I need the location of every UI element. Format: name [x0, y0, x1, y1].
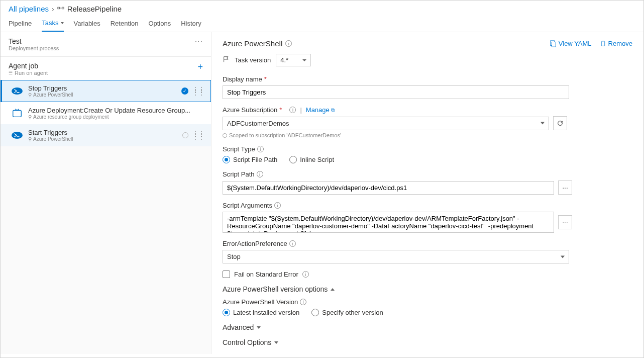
tab-variables[interactable]: Variables: [74, 15, 100, 32]
tab-history[interactable]: History: [181, 15, 201, 32]
radio-label: Latest installed version: [233, 309, 299, 316]
radio-latest-version[interactable]: Latest installed version: [223, 309, 299, 316]
manage-link[interactable]: Manage ⧉: [306, 106, 335, 114]
right-panel: Azure PowerShell i View YAML Remove Task…: [211, 32, 643, 354]
section-output-vars[interactable]: Output Variables: [223, 353, 632, 354]
section-control-options[interactable]: Control Options: [223, 338, 632, 346]
task-title: Start Triggers: [28, 129, 182, 136]
scope-hint: Scoped to subscription 'ADFCustomerDemos…: [223, 132, 632, 138]
job-name: Agent job: [9, 62, 48, 70]
task-sub-text: Azure PowerShell: [33, 92, 73, 98]
task-details-title-text: Azure PowerShell: [223, 39, 282, 48]
section-label: Output Variables: [223, 353, 274, 354]
svg-rect-1: [62, 7, 64, 9]
radio-script-file-path[interactable]: Script File Path: [223, 156, 277, 163]
info-icon[interactable]: i: [257, 146, 264, 152]
script-args-label: Script Arguments: [223, 202, 272, 209]
radio-specify-version[interactable]: Specify other version: [311, 309, 383, 316]
list-icon: ☰: [9, 70, 13, 75]
stage-desc: Deployment process: [9, 45, 59, 51]
script-args-input[interactable]: [223, 212, 554, 233]
error-pref-value: Stop: [227, 253, 241, 260]
svg-rect-7: [552, 42, 556, 47]
info-icon[interactable]: i: [274, 202, 281, 209]
tab-tasks-label: Tasks: [42, 19, 58, 27]
tab-options[interactable]: Options: [148, 15, 171, 32]
drag-handle[interactable]: ⋮⋮⋮⋮: [192, 132, 204, 138]
chevron-down-icon: [561, 255, 565, 258]
chevron-down-icon: [61, 22, 64, 24]
browse-button[interactable]: ···: [558, 215, 572, 229]
check-icon: ✓: [181, 87, 188, 95]
external-link-icon: ⧉: [331, 107, 335, 113]
left-panel: Test Deployment process ··· Agent job ☰ …: [1, 32, 211, 354]
error-pref-label: ErrorActionPreference: [223, 240, 287, 247]
svg-rect-0: [58, 7, 60, 9]
ps-version-label: Azure PowerShell Version: [223, 298, 298, 306]
radio-inline-script[interactable]: Inline Script: [289, 156, 334, 163]
browse-button[interactable]: ···: [558, 181, 572, 195]
breadcrumb: All pipelines › ReleasePipeline: [1, 1, 643, 15]
tab-tasks[interactable]: Tasks: [42, 15, 63, 32]
fail-checkbox[interactable]: [223, 271, 230, 278]
script-type-label: Script Type: [223, 145, 255, 153]
task-sub: ⚲ Azure PowerShell: [28, 92, 181, 98]
info-icon[interactable]: i: [289, 240, 296, 247]
radio-icon: [223, 156, 230, 163]
script-path-input[interactable]: [223, 181, 554, 195]
info-icon[interactable]: i: [285, 40, 292, 47]
status-circle: [182, 132, 188, 138]
task-title: Stop Triggers: [28, 84, 181, 92]
job-header[interactable]: Agent job ☰ Run on agent +: [1, 57, 211, 80]
tabs: Pipeline Tasks Variables Retention Optio…: [1, 15, 643, 32]
breadcrumb-root[interactable]: All pipelines: [9, 5, 49, 13]
link-icon: ⚲: [28, 92, 32, 98]
display-name-label: Display name: [223, 75, 262, 83]
remove-label: Remove: [608, 40, 632, 47]
drag-handle[interactable]: ⋮⋮⋮⋮: [192, 88, 204, 94]
powershell-icon: [11, 129, 23, 141]
display-name-input[interactable]: [223, 85, 569, 99]
info-icon[interactable]: i: [302, 271, 309, 278]
remove-button[interactable]: Remove: [600, 40, 632, 47]
info-icon[interactable]: i: [257, 171, 263, 177]
subscription-label: Azure Subscription: [223, 106, 277, 114]
task-sub-text: Azure resource group deployment: [33, 114, 109, 120]
info-icon[interactable]: i: [300, 299, 306, 305]
refresh-button[interactable]: [553, 116, 567, 130]
breadcrumb-title: ReleasePipeline: [67, 5, 122, 13]
task-version-value: 4.*: [280, 56, 288, 64]
tab-pipeline[interactable]: Pipeline: [9, 15, 32, 32]
fail-label: Fail on Standard Error: [234, 271, 298, 278]
subscription-select[interactable]: ADFCustomerDemos: [223, 117, 549, 130]
stage-header[interactable]: Test Deployment process ···: [1, 32, 211, 57]
chevron-down-icon: [274, 341, 278, 344]
task-start-triggers[interactable]: Start Triggers ⚲ Azure PowerShell ⋮⋮⋮⋮: [1, 124, 211, 146]
task-version-select[interactable]: 4.*: [276, 54, 311, 66]
task-version-label: Task version: [235, 56, 271, 64]
section-label: Control Options: [223, 338, 271, 346]
view-yaml-button[interactable]: View YAML: [550, 40, 592, 47]
subscription-value: ADFCustomerDemos: [227, 120, 289, 127]
add-task-button[interactable]: +: [197, 62, 203, 72]
scope-hint-text: Scoped to subscription 'ADFCustomerDemos…: [229, 132, 341, 138]
radio-label: Specify other version: [322, 309, 383, 316]
flag-icon: [223, 56, 230, 64]
task-azure-deployment[interactable]: Azure Deployment:Create Or Update Resour…: [1, 102, 211, 124]
error-pref-select[interactable]: Stop: [223, 250, 569, 263]
svg-rect-4: [13, 111, 22, 117]
powershell-icon: [11, 85, 23, 97]
section-ps-version[interactable]: Azure PowerShell version options: [223, 285, 632, 293]
task-details-title: Azure PowerShell i: [223, 39, 292, 48]
more-icon[interactable]: ···: [195, 37, 203, 46]
tab-retention[interactable]: Retention: [111, 15, 139, 32]
radio-icon: [223, 309, 230, 316]
section-label: Advanced: [223, 323, 254, 331]
task-stop-triggers[interactable]: Stop Triggers ⚲ Azure PowerShell ✓ ⋮⋮⋮⋮: [1, 80, 211, 102]
job-desc-text: Run on agent: [15, 70, 48, 76]
manage-label: Manage: [306, 106, 330, 114]
chevron-right-icon: ›: [52, 5, 54, 13]
section-advanced[interactable]: Advanced: [223, 323, 632, 331]
info-icon[interactable]: i: [289, 107, 296, 113]
stage-name: Test: [9, 37, 59, 45]
